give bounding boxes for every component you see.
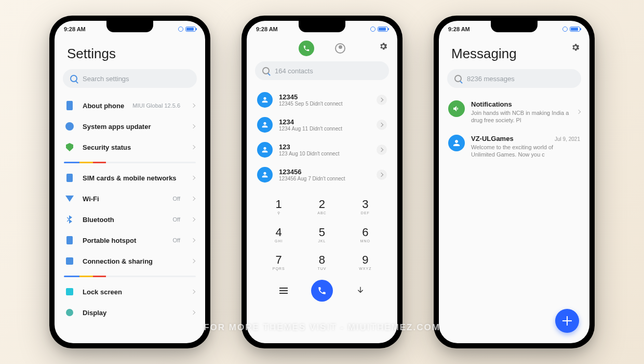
avatar-icon xyxy=(257,92,273,108)
search-placeholder: 8236 messages xyxy=(467,75,515,83)
chevron-right-icon xyxy=(576,110,581,114)
alarm-icon xyxy=(370,27,375,32)
call-log-item[interactable]: 123123 Aug 10 Didn't connect xyxy=(247,137,397,162)
chevron-right-icon xyxy=(191,259,195,263)
chevron-right-icon xyxy=(191,197,195,201)
collapse-dialpad-button[interactable] xyxy=(356,285,365,296)
settings-item-wifi[interactable]: Wi-Fi Off xyxy=(55,188,205,209)
lock-icon xyxy=(66,288,73,295)
notch xyxy=(299,21,345,32)
tab-contacts[interactable] xyxy=(335,43,345,54)
settings-item-bluetooth[interactable]: Bluetooth Off xyxy=(55,209,205,230)
phone-settings: 9:28 AM Settings Search settings About p… xyxy=(49,16,210,348)
search-input[interactable]: 8236 messages xyxy=(447,69,581,88)
menu-button[interactable] xyxy=(279,288,288,294)
notch xyxy=(106,21,153,32)
avatar-icon xyxy=(257,117,273,133)
page-title: Settings xyxy=(55,37,205,69)
settings-item-lockscreen[interactable]: Lock screen xyxy=(55,281,205,302)
chevron-right-icon xyxy=(191,217,195,222)
status-time: 9:28 AM xyxy=(64,26,86,32)
settings-button[interactable] xyxy=(571,43,580,54)
update-icon xyxy=(65,122,74,131)
search-input[interactable]: Search settings xyxy=(63,69,197,88)
chevron-right-icon xyxy=(191,176,195,180)
call-detail-button[interactable] xyxy=(377,95,387,105)
settings-item-connection[interactable]: Connection & sharing xyxy=(55,251,205,271)
call-detail-button[interactable] xyxy=(377,145,387,155)
alarm-icon xyxy=(178,27,183,32)
hotspot-icon xyxy=(66,236,73,244)
call-button[interactable] xyxy=(311,280,333,302)
message-thread[interactable]: Notifications Join hands with NCB in mak… xyxy=(439,95,589,129)
settings-item-display[interactable]: Display xyxy=(55,302,205,323)
search-placeholder: 164 contacts xyxy=(275,67,313,75)
alarm-icon xyxy=(562,27,568,32)
phone-dialer: 9:28 AM 164 contacts 1234512345 Sep 5 Di… xyxy=(242,16,403,348)
tab-phone[interactable] xyxy=(299,41,314,56)
shield-icon xyxy=(66,143,73,151)
search-icon xyxy=(454,75,462,82)
bluetooth-icon xyxy=(67,215,72,224)
settings-item-about[interactable]: About phone MIUI Global 12.5.6 xyxy=(55,95,205,116)
watermark: FOR MORE THEMES VISIT - MIUITHEMEZ.COM xyxy=(204,322,440,333)
chevron-right-icon xyxy=(191,238,195,242)
dialpad-key-8[interactable]: 8TUV xyxy=(300,248,343,276)
battery-icon xyxy=(570,27,580,32)
notch xyxy=(491,21,538,32)
chevron-right-icon xyxy=(191,310,195,315)
sim-icon xyxy=(66,174,73,182)
settings-item-sim[interactable]: SIM cards & mobile networks xyxy=(55,167,205,188)
search-icon xyxy=(262,67,270,74)
wifi-icon xyxy=(65,196,74,202)
avatar-icon xyxy=(257,142,273,158)
settings-item-system-updater[interactable]: System apps updater xyxy=(55,116,205,137)
call-log-item[interactable]: 123456123456 Aug 7 Didn't connect xyxy=(247,162,397,187)
dialpad-key-4[interactable]: 4GHI xyxy=(257,220,300,248)
dialpad-key-9[interactable]: 9WXYZ xyxy=(344,248,387,276)
section-divider xyxy=(64,162,196,163)
phone-icon xyxy=(66,101,73,110)
page-title: Messaging xyxy=(439,37,589,69)
message-thread[interactable]: VZ-ULGamesJul 9, 2021 Welcome to the exc… xyxy=(439,129,589,164)
dialpad-key-5[interactable]: 5JKL xyxy=(300,220,343,248)
settings-item-hotspot[interactable]: Portable hotspot Off xyxy=(55,230,205,251)
search-placeholder: Search settings xyxy=(83,75,129,83)
dialpad-key-3[interactable]: 3DEF xyxy=(344,192,387,220)
call-detail-button[interactable] xyxy=(377,170,387,180)
call-log-item[interactable]: 12341234 Aug 11 Didn't connect xyxy=(247,112,397,137)
chevron-right-icon xyxy=(191,290,195,294)
search-icon xyxy=(70,75,77,82)
call-detail-button[interactable] xyxy=(377,120,387,130)
battery-icon xyxy=(185,27,196,32)
compose-button[interactable] xyxy=(555,309,579,333)
chevron-right-icon xyxy=(191,124,195,128)
chevron-right-icon xyxy=(191,103,195,108)
dialpad-key-1[interactable]: 1⚲ xyxy=(257,192,300,220)
call-log-item[interactable]: 1234512345 Sep 5 Didn't connect xyxy=(247,87,397,112)
display-icon xyxy=(66,309,73,316)
dialpad-key-6[interactable]: 6MNO xyxy=(344,220,387,248)
dialpad-key-2[interactable]: 2ABC xyxy=(300,192,343,220)
connection-icon xyxy=(66,257,73,265)
phone-messaging: 9:28 AM Messaging 8236 messages Notifica… xyxy=(434,16,595,348)
avatar-icon xyxy=(448,135,465,151)
status-time: 9:28 AM xyxy=(256,26,278,32)
notification-icon xyxy=(448,100,465,117)
settings-item-security[interactable]: Security status xyxy=(55,137,205,158)
section-divider xyxy=(64,276,196,277)
battery-icon xyxy=(378,27,388,32)
search-input[interactable]: 164 contacts xyxy=(255,61,389,80)
chevron-right-icon xyxy=(191,145,195,149)
avatar-icon xyxy=(257,167,273,183)
status-time: 9:28 AM xyxy=(448,26,470,32)
dialpad-key-7[interactable]: 7PQRS xyxy=(257,248,300,276)
dialpad: 1⚲ 2ABC 3DEF 4GHI 5JKL 6MNO 7PQRS 8TUV 9… xyxy=(247,187,397,276)
settings-button[interactable] xyxy=(379,42,388,51)
